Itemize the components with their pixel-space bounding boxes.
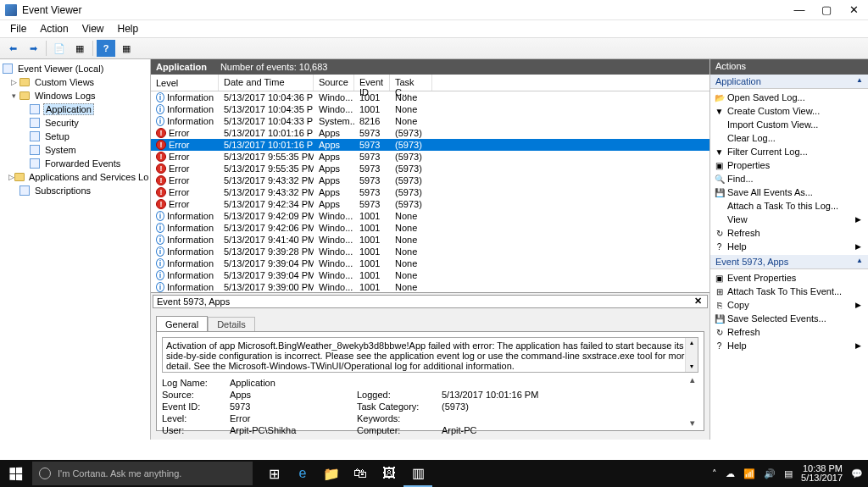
collapse-icon[interactable]: ▾: [8, 91, 19, 100]
tab-general[interactable]: General: [156, 316, 208, 332]
table-row[interactable]: !Error5/13/2017 9:43:32 PMApps5973(5973): [151, 174, 709, 186]
table-row[interactable]: !Error5/13/2017 10:01:16 PMApps5973(5973…: [151, 127, 709, 139]
table-row[interactable]: iInformation5/13/2017 10:04:36 PMWindo..…: [151, 91, 709, 103]
menu-view[interactable]: View: [75, 21, 111, 36]
action-item[interactable]: ?Help▶: [710, 339, 868, 352]
detail-close-button[interactable]: ✕: [692, 296, 704, 307]
table-row[interactable]: iInformation5/13/2017 10:04:33 PMSystem.…: [151, 115, 709, 127]
table-row[interactable]: iInformation5/13/2017 9:39:04 PMWindo...…: [151, 257, 709, 269]
table-row[interactable]: !Error5/13/2017 9:55:35 PMApps5973(5973): [151, 163, 709, 174]
action-item[interactable]: ↻Refresh: [710, 325, 868, 339]
submenu-arrow-icon: ▶: [855, 341, 861, 350]
photos-icon[interactable]: 🖼: [375, 460, 403, 487]
table-row[interactable]: iInformation5/13/2017 10:04:35 PMWindo..…: [151, 103, 709, 115]
table-row[interactable]: !Error5/13/2017 9:55:35 PMApps5973(5973): [151, 151, 709, 163]
onedrive-icon[interactable]: ☁: [726, 468, 735, 479]
table-row[interactable]: iInformation5/13/2017 9:42:09 PMWindo...…: [151, 210, 709, 222]
volume-icon[interactable]: 🔊: [764, 468, 776, 479]
notifications-icon[interactable]: 💬: [851, 468, 863, 479]
col-category[interactable]: Task C...: [390, 75, 432, 91]
explorer-icon[interactable]: 📁: [317, 460, 346, 487]
event-message[interactable]: Activation of app Microsoft.BingWeather_…: [162, 337, 698, 373]
store-icon[interactable]: 🛍: [346, 460, 375, 487]
event-viewer-task-icon[interactable]: ▥: [403, 460, 432, 487]
tree-root[interactable]: Event Viewer (Local): [0, 62, 150, 75]
table-row[interactable]: iInformation5/13/2017 9:41:40 PMWindo...…: [151, 234, 709, 246]
cortana-search[interactable]: I'm Cortana. Ask me anything.: [32, 462, 253, 485]
tree-custom-views[interactable]: ▷ Custom Views: [0, 75, 150, 89]
table-row[interactable]: !Error5/13/2017 9:43:32 PMApps5973(5973): [151, 186, 709, 198]
maximize-button[interactable]: ▢: [821, 4, 832, 16]
col-level[interactable]: Level: [151, 75, 219, 91]
nav-tree[interactable]: Event Viewer (Local) ▷ Custom Views ▾ Wi…: [0, 59, 151, 440]
log-icon: [29, 117, 41, 129]
tree-apps-services[interactable]: ▷ Applications and Services Lo: [0, 170, 150, 184]
table-row[interactable]: !Error5/13/2017 9:42:34 PMApps5973(5973): [151, 198, 709, 210]
info-icon: i: [156, 104, 164, 114]
windows-logo-icon: [9, 467, 22, 480]
action-item[interactable]: ⎘Copy▶: [710, 298, 868, 312]
table-row[interactable]: iInformation5/13/2017 9:42:06 PMWindo...…: [151, 222, 709, 234]
menu-action[interactable]: Action: [33, 21, 75, 36]
col-date[interactable]: Date and Time: [219, 75, 314, 91]
help-button[interactable]: ?: [97, 40, 115, 57]
table-row[interactable]: iInformation5/13/2017 9:39:28 PMWindo...…: [151, 246, 709, 257]
action-item[interactable]: 📂Open Saved Log...: [710, 91, 868, 104]
tree-windows-logs[interactable]: ▾ Windows Logs: [0, 89, 150, 102]
action-item[interactable]: ▣Event Properties: [710, 271, 868, 285]
menu-help[interactable]: Help: [111, 21, 146, 36]
collapse-icon[interactable]: ▲: [856, 257, 863, 267]
edge-icon[interactable]: e: [288, 460, 317, 487]
toolbar-btn-1[interactable]: 📄: [50, 40, 69, 57]
tree-log-forwarded[interactable]: Forwarded Events: [0, 157, 150, 170]
input-icon[interactable]: ▤: [784, 468, 793, 479]
tree-log-application[interactable]: Application: [0, 102, 150, 116]
back-button[interactable]: ⬅: [3, 40, 22, 57]
col-source[interactable]: Source: [314, 75, 354, 91]
table-row[interactable]: iInformation5/13/2017 9:39:04 PMWindo...…: [151, 269, 709, 281]
tray-chevron-icon[interactable]: ˄: [712, 468, 717, 479]
system-tray[interactable]: ˄ ☁ 📶 🔊 ▤ 10:38 PM 5/13/2017 💬: [712, 464, 868, 483]
tree-log-system[interactable]: System: [0, 143, 150, 157]
action-item[interactable]: ↻Refresh: [710, 226, 868, 240]
message-scrollbar[interactable]: ▴ ▾: [685, 338, 698, 372]
action-item[interactable]: Attach a Task To this Log...: [710, 199, 868, 213]
prop-eventid: 5973: [230, 401, 348, 412]
expand-icon[interactable]: ▷: [8, 78, 19, 86]
collapse-icon[interactable]: ▲: [856, 76, 863, 86]
action-item[interactable]: Clear Log...: [710, 131, 868, 145]
toolbar-btn-4[interactable]: ▦: [117, 40, 136, 57]
actions-section-event[interactable]: Event 5973, Apps ▲: [710, 255, 868, 269]
action-item[interactable]: 💾Save All Events As...: [710, 185, 868, 199]
detail-scrollbar[interactable]: ▴▾: [690, 374, 702, 429]
tree-log-security[interactable]: Security: [0, 116, 150, 130]
grid-body[interactable]: iInformation5/13/2017 10:04:36 PMWindo..…: [151, 91, 709, 292]
menu-file[interactable]: File: [3, 21, 33, 36]
action-item[interactable]: Import Custom View...: [710, 118, 868, 131]
start-button[interactable]: [0, 460, 31, 487]
action-item[interactable]: 💾Save Selected Events...: [710, 312, 868, 325]
action-item[interactable]: View▶: [710, 213, 868, 226]
table-row[interactable]: !Error5/13/2017 10:01:16 PMApps5973(5973…: [151, 139, 709, 151]
action-item[interactable]: ?Help▶: [710, 240, 868, 253]
clock[interactable]: 10:38 PM 5/13/2017: [801, 464, 843, 483]
actions-section-application[interactable]: Application ▲: [710, 75, 868, 89]
action-icon: [714, 133, 725, 144]
action-item[interactable]: 🔍Find...: [710, 172, 868, 185]
toolbar-btn-2[interactable]: ▦: [70, 40, 89, 57]
action-item[interactable]: ⊞Attach Task To This Event...: [710, 285, 868, 298]
expand-icon[interactable]: ▷: [8, 173, 14, 181]
prop-source: Apps: [230, 390, 348, 400]
close-button[interactable]: ✕: [848, 4, 860, 16]
task-view-icon[interactable]: ⊞: [259, 460, 288, 487]
action-item[interactable]: ▼Create Custom View...: [710, 104, 868, 118]
action-item[interactable]: ▣Properties: [710, 158, 868, 172]
network-icon[interactable]: 📶: [743, 468, 755, 479]
forward-button[interactable]: ➡: [24, 40, 42, 57]
tree-log-setup[interactable]: Setup: [0, 130, 150, 143]
tree-subscriptions[interactable]: Subscriptions: [0, 184, 150, 197]
action-item[interactable]: ▼Filter Current Log...: [710, 145, 868, 158]
minimize-button[interactable]: —: [793, 4, 805, 16]
col-eventid[interactable]: Event ID: [354, 75, 390, 91]
table-row[interactable]: iInformation5/13/2017 9:39:00 PMWindo...…: [151, 281, 709, 292]
